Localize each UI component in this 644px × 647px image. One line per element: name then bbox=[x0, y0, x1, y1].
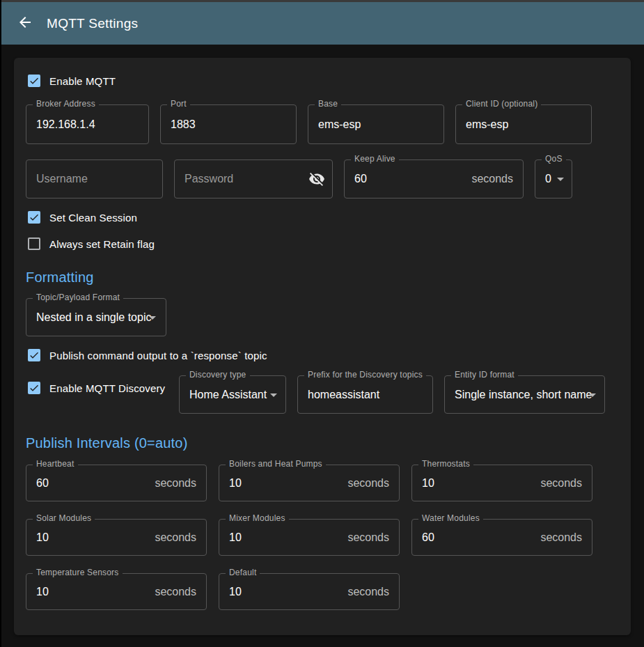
enable-mqtt-checkbox[interactable]: Enable MQTT bbox=[14, 75, 631, 87]
base-value: ems-esp bbox=[318, 118, 361, 131]
app-bar: MQTT Settings bbox=[0, 2, 644, 45]
keep-alive-suffix: seconds bbox=[471, 173, 513, 185]
thermostats-field[interactable]: Thermostats 10 seconds bbox=[411, 465, 592, 501]
temperature-sensors-field[interactable]: Temperature Sensors 10 seconds bbox=[26, 573, 207, 610]
enable-mqtt-label: Enable MQTT bbox=[49, 75, 116, 87]
discovery-type-select[interactable]: Discovery type Home Assistant bbox=[179, 375, 286, 414]
mixer-modules-label: Mixer Modules bbox=[226, 513, 289, 523]
triangle-down-icon bbox=[265, 387, 282, 406]
checkbox-checked-icon bbox=[28, 382, 40, 394]
triangle-down-icon bbox=[144, 309, 161, 329]
publish-response-label: Publish command output to a `response` t… bbox=[49, 350, 267, 361]
heartbeat-suffix: seconds bbox=[155, 477, 196, 490]
topic-format-label: Topic/Payload Format bbox=[33, 293, 123, 302]
temperature-sensors-value: 10 bbox=[36, 586, 49, 598]
broker-address-field[interactable]: Broker Address 192.168.1.4 bbox=[26, 104, 149, 144]
triangle-down-icon bbox=[552, 171, 569, 190]
boilers-label: Boilers and Heat Pumps bbox=[226, 459, 326, 469]
checkbox-checked-icon bbox=[28, 349, 40, 361]
qos-select[interactable]: QoS 0 bbox=[535, 159, 572, 198]
username-placeholder: Username bbox=[36, 173, 88, 185]
mixer-modules-suffix: seconds bbox=[347, 531, 389, 544]
thermostats-label: Thermostats bbox=[418, 459, 473, 469]
clean-session-checkbox[interactable]: Set Clean Session bbox=[14, 211, 631, 224]
port-field[interactable]: Port 1883 bbox=[160, 104, 297, 144]
temperature-sensors-suffix: seconds bbox=[155, 586, 196, 598]
default-interval-field[interactable]: Default 10 seconds bbox=[219, 573, 400, 610]
broker-address-label: Broker Address bbox=[33, 99, 99, 109]
base-field[interactable]: Base ems-esp bbox=[308, 104, 444, 144]
discovery-prefix-label: Prefix for the Discovery topics bbox=[304, 370, 426, 380]
heartbeat-value: 60 bbox=[36, 477, 49, 490]
broker-address-value: 192.168.1.4 bbox=[36, 118, 95, 131]
topic-format-select[interactable]: Topic/Payload Format Nested in a single … bbox=[26, 298, 166, 336]
topic-format-value: Nested in a single topic bbox=[36, 311, 151, 324]
discovery-prefix-value: homeassistant bbox=[308, 389, 379, 401]
thermostats-value: 10 bbox=[422, 477, 434, 490]
default-interval-label: Default bbox=[226, 568, 260, 577]
enable-discovery-checkbox[interactable]: Enable MQTT Discovery bbox=[14, 382, 168, 394]
boilers-value: 10 bbox=[229, 477, 242, 490]
arrow-left-icon bbox=[17, 14, 33, 33]
port-value: 1883 bbox=[171, 118, 196, 131]
discovery-type-value: Home Assistant bbox=[189, 389, 267, 401]
formatting-heading: Formatting bbox=[26, 270, 631, 286]
base-label: Base bbox=[315, 99, 341, 109]
page-title: MQTT Settings bbox=[47, 16, 138, 31]
discovery-prefix-field[interactable]: Prefix for the Discovery topics homeassi… bbox=[297, 375, 433, 414]
checkbox-checked-icon bbox=[28, 75, 40, 87]
entity-id-format-select[interactable]: Entity ID format Single instance, short … bbox=[444, 375, 605, 414]
qos-label: QoS bbox=[542, 154, 566, 164]
qos-value: 0 bbox=[545, 173, 551, 185]
publish-intervals-heading: Publish Intervals (0=auto) bbox=[26, 435, 631, 451]
username-field[interactable]: Username bbox=[26, 159, 163, 198]
checkbox-checked-icon bbox=[28, 211, 40, 224]
temperature-sensors-label: Temperature Sensors bbox=[33, 568, 123, 577]
port-label: Port bbox=[167, 99, 190, 109]
heartbeat-label: Heartbeat bbox=[33, 459, 78, 469]
retain-flag-checkbox[interactable]: Always set Retain flag bbox=[14, 237, 631, 250]
water-modules-label: Water Modules bbox=[418, 513, 483, 523]
password-field[interactable]: Password bbox=[174, 159, 333, 198]
settings-card: Enable MQTT Broker Address 192.168.1.4 P… bbox=[14, 58, 631, 635]
client-id-label: Client ID (optional) bbox=[462, 99, 541, 109]
boilers-field[interactable]: Boilers and Heat Pumps 10 seconds bbox=[219, 465, 400, 501]
broker-row: Broker Address 192.168.1.4 Port 1883 Bas… bbox=[14, 104, 631, 144]
intervals-grid: Heartbeat 60 seconds Boilers and Heat Pu… bbox=[14, 465, 631, 610]
water-modules-value: 60 bbox=[422, 531, 434, 544]
mixer-modules-value: 10 bbox=[229, 531, 242, 544]
retain-flag-label: Always set Retain flag bbox=[49, 238, 155, 250]
password-placeholder: Password bbox=[184, 173, 233, 185]
solar-modules-value: 10 bbox=[36, 531, 49, 544]
eye-off-icon[interactable] bbox=[308, 171, 325, 190]
credentials-row: Username Password Keep Alive 60 seconds … bbox=[14, 159, 631, 198]
default-interval-value: 10 bbox=[229, 586, 242, 598]
enable-discovery-label: Enable MQTT Discovery bbox=[49, 382, 165, 394]
solar-modules-suffix: seconds bbox=[155, 531, 196, 544]
thermostats-suffix: seconds bbox=[540, 477, 582, 490]
mixer-modules-field[interactable]: Mixer Modules 10 seconds bbox=[219, 519, 400, 556]
publish-response-checkbox[interactable]: Publish command output to a `response` t… bbox=[14, 349, 631, 361]
entity-id-format-label: Entity ID format bbox=[451, 370, 518, 380]
window-left-edge bbox=[0, 0, 1, 647]
clean-session-label: Set Clean Session bbox=[49, 212, 137, 224]
back-button[interactable] bbox=[17, 15, 33, 32]
water-modules-suffix: seconds bbox=[540, 531, 582, 544]
default-interval-suffix: seconds bbox=[347, 586, 389, 598]
checkbox-unchecked-icon bbox=[28, 237, 40, 250]
solar-modules-field[interactable]: Solar Modules 10 seconds bbox=[26, 519, 207, 556]
triangle-down-icon bbox=[584, 387, 601, 406]
solar-modules-label: Solar Modules bbox=[33, 513, 95, 523]
client-id-value: ems-esp bbox=[466, 118, 508, 131]
keep-alive-value: 60 bbox=[354, 173, 367, 185]
discovery-row: Enable MQTT Discovery Discovery type Hom… bbox=[14, 375, 631, 414]
discovery-type-label: Discovery type bbox=[186, 370, 250, 380]
keep-alive-label: Keep Alive bbox=[351, 154, 399, 164]
heartbeat-field[interactable]: Heartbeat 60 seconds bbox=[26, 465, 207, 501]
client-id-field[interactable]: Client ID (optional) ems-esp bbox=[455, 104, 592, 144]
keep-alive-field[interactable]: Keep Alive 60 seconds bbox=[344, 159, 524, 198]
entity-id-format-value: Single instance, short name bbox=[455, 389, 592, 401]
boilers-suffix: seconds bbox=[347, 477, 389, 490]
topic-format-row: Topic/Payload Format Nested in a single … bbox=[14, 298, 631, 336]
water-modules-field[interactable]: Water Modules 60 seconds bbox=[411, 519, 592, 556]
